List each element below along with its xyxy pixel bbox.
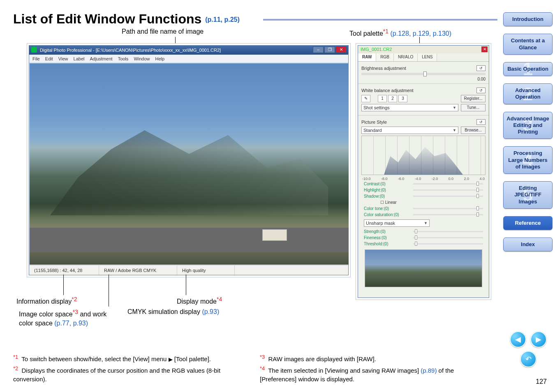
mini-slider[interactable] — [413, 183, 483, 184]
chevron-down-icon: ▼ — [453, 106, 456, 110]
reset-icon[interactable]: ↺ — [476, 88, 486, 93]
mini-slider[interactable] — [413, 237, 483, 238]
tab-rgb[interactable]: RGB — [376, 53, 394, 61]
adj-threshold: Threshold:(0) — [361, 241, 486, 247]
nav-editing-jpeg[interactable]: 5Editing JPEG/TIFF Images — [503, 181, 553, 209]
leader-line — [63, 274, 64, 295]
axis-tick: 4.0 — [479, 177, 485, 181]
nav-introduction[interactable]: Introduction — [503, 12, 553, 26]
mini-slider[interactable] — [413, 214, 483, 215]
wb-register-button[interactable]: Register... — [461, 95, 486, 102]
tab-lens[interactable]: LENS — [418, 53, 437, 61]
tab-raw[interactable]: RAW — [358, 53, 376, 61]
menu-adjustment[interactable]: Adjustment — [90, 55, 113, 63]
palette-page-refs[interactable]: (p.128, p.129, p.130) — [391, 30, 452, 37]
slider-thumb[interactable] — [476, 194, 479, 198]
adj-shadow: Shadow:(0) — [361, 193, 486, 199]
nav-reference[interactable]: Reference — [503, 216, 553, 230]
mini-slider[interactable] — [413, 189, 483, 191]
linear-checkbox-wrap[interactable]: ☐ Linear — [364, 200, 413, 205]
fn4-ref[interactable]: (p.89) — [421, 367, 437, 374]
slider-thumb[interactable] — [415, 229, 417, 233]
prev-page-button[interactable]: ◀ — [510, 331, 526, 348]
wb-preset-2[interactable]: 2 — [388, 95, 397, 102]
adj-label: Contrast:(0) — [364, 182, 413, 186]
fn1-text-b: [Tool palette]. — [173, 355, 211, 362]
return-button[interactable]: ↶ — [520, 351, 536, 367]
adj-strength: Strength:(0) — [361, 228, 486, 235]
nav-processing-large[interactable]: 4Processing Large Numbers of Images — [503, 146, 553, 174]
menu-window[interactable]: Window — [134, 55, 150, 63]
nav-basic-operation[interactable]: 1Basic Operation — [503, 62, 553, 76]
colorspace-refs[interactable]: (p.77, p.93) — [54, 320, 88, 327]
fn2-tag: *2 — [13, 365, 18, 371]
close-button[interactable]: ✕ — [336, 46, 347, 53]
adj-label: Strength:(0) — [364, 229, 413, 234]
status-colorspace: RAW / Adobe RGB CMYK — [99, 265, 177, 275]
info-display-text: Information display — [16, 298, 72, 305]
ps-browse-button[interactable]: Browse... — [461, 127, 486, 134]
tool-palette-preview: IMG_0001.CR2 ✕ RAW RGB NR/ALO LENS Brigh… — [358, 45, 489, 298]
min-button[interactable]: – — [313, 46, 324, 53]
slider-thumb[interactable] — [415, 235, 417, 240]
mini-slider[interactable] — [413, 196, 483, 197]
brightness-value: 0.00 — [361, 77, 486, 81]
menu-file[interactable]: File — [32, 55, 40, 63]
histogram — [361, 136, 486, 175]
menu-help[interactable]: Help — [155, 55, 165, 63]
nav-contents[interactable]: Contents at a Glance — [503, 34, 553, 55]
menubar: File Edit View Label Adjustment Tools Wi… — [29, 55, 348, 63]
slider-thumb[interactable] — [476, 212, 479, 217]
menu-edit[interactable]: Edit — [45, 55, 53, 63]
slider-thumb[interactable] — [476, 188, 479, 192]
axis-tick: -10.0 — [362, 177, 371, 181]
nav-label: Index — [506, 241, 550, 248]
footnote-sup-4: *4 — [217, 296, 222, 302]
palette-close-icon[interactable]: ✕ — [481, 46, 488, 52]
adj-label: Fineness:(0) — [364, 235, 413, 240]
slider-thumb[interactable] — [476, 182, 479, 186]
footnotes: *1 To switch between show/hide, select t… — [13, 353, 494, 385]
chevron-down-icon: ▼ — [424, 221, 428, 225]
menu-view[interactable]: View — [58, 55, 68, 63]
statusbar: (1155,1688) : 42, 44, 28 RAW / Adobe RGB… — [29, 265, 348, 275]
menu-tools[interactable]: Tools — [118, 55, 129, 63]
page-number: 127 — [536, 378, 547, 385]
app-icon — [31, 47, 37, 53]
wb-preset-1[interactable]: 1 — [378, 95, 387, 102]
adj-contrast: Contrast:(0) — [361, 181, 486, 187]
fn4-tag: *4 — [260, 365, 265, 371]
wb-tune-button[interactable]: Tune... — [461, 104, 486, 111]
nav-advanced-operation[interactable]: 2Advanced Operation — [503, 83, 553, 104]
label-image-colorspace: Image color space*3 and work color space… — [19, 308, 122, 328]
brightness-slider[interactable] — [361, 73, 486, 75]
eyedropper-icon[interactable]: ✎ — [361, 95, 370, 102]
nav-index[interactable]: Index — [503, 238, 553, 251]
next-page-button[interactable]: ▶ — [530, 331, 547, 348]
adj-label: Highlight:(0) — [364, 188, 413, 192]
mini-slider[interactable] — [413, 208, 483, 209]
reset-icon[interactable]: ↺ — [476, 119, 486, 125]
fn1-text-a: To switch between show/hide, select the … — [21, 355, 168, 362]
mini-slider[interactable] — [413, 231, 483, 232]
cmyk-ref[interactable]: (p.93) — [202, 308, 219, 315]
axis-tick: -4.0 — [415, 177, 421, 181]
wb-select[interactable]: Shot settings ▼ — [361, 104, 458, 111]
mini-slider[interactable] — [413, 243, 483, 244]
slider-thumb[interactable] — [476, 206, 479, 210]
fn3-tag: *3 — [260, 354, 265, 360]
menu-label[interactable]: Label — [74, 55, 85, 63]
max-button[interactable]: ❐ — [324, 46, 335, 53]
nav-advanced-editing[interactable]: 3Advanced Image Editing and Printing — [503, 112, 553, 139]
slider-thumb[interactable] — [415, 242, 417, 246]
ps-select[interactable]: Standard ▼ — [361, 127, 458, 134]
slider-thumb[interactable] — [423, 71, 427, 76]
title-page-refs[interactable]: (p.11, p.25) — [205, 16, 240, 23]
unsharp-select[interactable]: Unsharp mask ▼ — [364, 219, 430, 227]
reset-icon[interactable]: ↺ — [476, 65, 486, 71]
wb-preset-3[interactable]: 3 — [398, 95, 407, 102]
leader-line — [419, 37, 420, 45]
tab-nralo[interactable]: NR/ALO — [394, 53, 418, 61]
leader-line — [186, 274, 186, 295]
nav-label: Contents at a Glance — [506, 37, 550, 51]
